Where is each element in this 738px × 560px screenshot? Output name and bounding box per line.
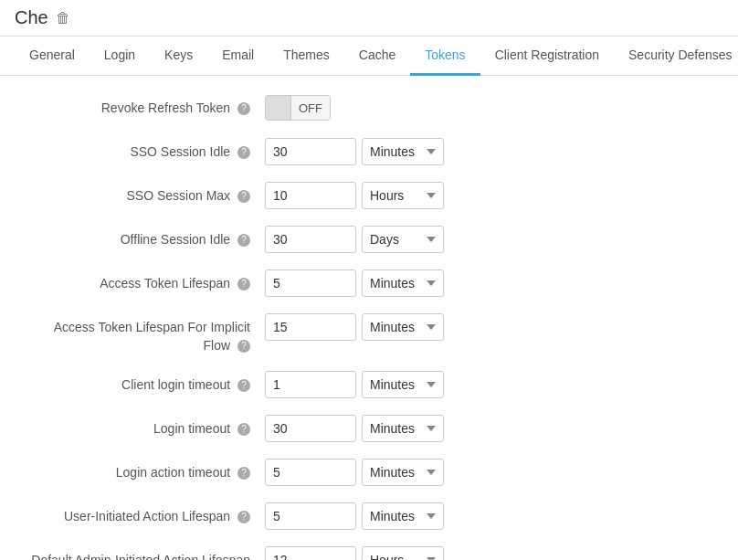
sso-session-idle-label: SSO Session Idle ? [27,138,265,162]
login-action-timeout-help-icon[interactable]: ? [237,467,250,480]
user-initiated-action-lifespan-group: User-Initiated Action Lifespan ? Seconds… [27,502,711,530]
offline-session-idle-group: Offline Session Idle ? Seconds Minutes H… [27,226,711,253]
access-token-lifespan-implicit-select[interactable]: Seconds Minutes Hours Days [362,313,444,341]
sso-session-idle-select[interactable]: Seconds Minutes Hours Days [362,138,444,165]
default-admin-initiated-action-lifespan-select[interactable]: Seconds Minutes Hours Days [362,546,444,560]
default-admin-initiated-action-lifespan-label: Default Admin-Initiated Action Lifespan … [27,546,265,560]
default-admin-initiated-action-lifespan-group: Default Admin-Initiated Action Lifespan … [27,546,711,560]
login-action-timeout-controls: Seconds Minutes Hours Days [265,459,444,486]
tab-general[interactable]: General [15,37,90,76]
sso-session-idle-controls: Seconds Minutes Hours Days [265,138,444,165]
offline-session-idle-controls: Seconds Minutes Hours Days [265,226,444,253]
sso-session-idle-help-icon[interactable]: ? [237,146,250,159]
client-login-timeout-controls: Seconds Minutes Hours Days [265,371,444,398]
tab-keys[interactable]: Keys [150,37,207,76]
tab-login[interactable]: Login [90,37,150,76]
login-action-timeout-select[interactable]: Seconds Minutes Hours Days [362,459,444,486]
offline-session-idle-help-icon[interactable]: ? [237,234,250,247]
access-token-lifespan-implicit-help-icon[interactable]: ? [237,340,250,353]
login-timeout-select[interactable]: Seconds Minutes Hours Days [362,415,444,442]
user-initiated-action-lifespan-label: User-Initiated Action Lifespan ? [27,502,265,526]
toggle-button[interactable]: OFF [265,95,331,121]
login-timeout-help-icon[interactable]: ? [237,423,250,436]
login-action-timeout-input[interactable] [265,459,356,486]
access-token-lifespan-group: Access Token Lifespan ? Seconds Minutes … [27,269,711,297]
access-token-lifespan-input[interactable] [265,269,356,297]
client-login-timeout-group: Client login timeout ? Seconds Minutes H… [27,371,711,398]
client-login-timeout-label: Client login timeout ? [27,371,265,395]
revoke-refresh-token-toggle[interactable]: OFF [265,94,331,122]
user-initiated-action-lifespan-select[interactable]: Seconds Minutes Hours Days [362,502,444,530]
tab-security-defenses[interactable]: Security Defenses [614,37,738,76]
login-action-timeout-group: Login action timeout ? Seconds Minutes H… [27,459,711,486]
page-header: Che 🗑 [0,0,738,37]
user-initiated-action-lifespan-input[interactable] [265,502,356,530]
offline-session-idle-label: Offline Session Idle ? [27,226,265,249]
tab-cache[interactable]: Cache [344,37,410,76]
sso-session-idle-group: SSO Session Idle ? Seconds Minutes Hours… [27,138,711,165]
sso-session-max-label: SSO Session Max ? [27,182,265,206]
sso-session-max-input[interactable] [265,182,356,209]
toggle-handle [266,95,291,121]
sso-session-max-select[interactable]: Seconds Minutes Hours Days [362,182,444,209]
access-token-lifespan-implicit-group: Access Token Lifespan For Implicit Flow … [27,313,711,354]
client-login-timeout-select[interactable]: Seconds Minutes Hours Days [362,371,444,398]
user-initiated-action-lifespan-help-icon[interactable]: ? [237,511,250,523]
content: Revoke Refresh Token ? OFF SSO Session I… [0,76,738,560]
toggle-label: OFF [291,96,330,120]
default-admin-initiated-action-lifespan-controls: Seconds Minutes Hours Days [265,546,444,560]
access-token-lifespan-label: Access Token Lifespan ? [27,269,265,293]
tab-tokens[interactable]: Tokens [410,37,480,76]
default-admin-initiated-action-lifespan-input[interactable] [265,546,356,560]
offline-session-idle-input[interactable] [265,226,356,253]
page-title: Che [15,7,48,28]
login-timeout-label: Login timeout ? [27,415,265,438]
access-token-lifespan-implicit-controls: Seconds Minutes Hours Days [265,313,444,341]
revoke-refresh-token-help-icon[interactable]: ? [237,102,250,115]
login-timeout-controls: Seconds Minutes Hours Days [265,415,444,442]
access-token-lifespan-select[interactable]: Seconds Minutes Hours Days [362,269,444,297]
revoke-refresh-token-label: Revoke Refresh Token ? [27,94,265,118]
trash-icon[interactable]: 🗑 [56,10,70,26]
client-login-timeout-help-icon[interactable]: ? [237,379,250,392]
client-login-timeout-input[interactable] [265,371,356,398]
sso-session-max-help-icon[interactable]: ? [237,190,250,203]
access-token-lifespan-implicit-label: Access Token Lifespan For Implicit Flow … [27,313,265,354]
access-token-lifespan-controls: Seconds Minutes Hours Days [265,269,444,297]
access-token-lifespan-implicit-input[interactable] [265,313,356,341]
offline-session-idle-select[interactable]: Seconds Minutes Hours Days [362,226,444,253]
login-timeout-group: Login timeout ? Seconds Minutes Hours Da… [27,415,711,442]
sso-session-max-controls: Seconds Minutes Hours Days [265,182,444,209]
login-action-timeout-label: Login action timeout ? [27,459,265,482]
access-token-lifespan-help-icon[interactable]: ? [237,278,250,291]
user-initiated-action-lifespan-controls: Seconds Minutes Hours Days [265,502,444,530]
tab-client-registration[interactable]: Client Registration [480,37,614,76]
sso-session-max-group: SSO Session Max ? Seconds Minutes Hours … [27,182,711,209]
sso-session-idle-input[interactable] [265,138,356,165]
tab-email[interactable]: Email [207,37,269,76]
nav-tabs: General Login Keys Email Themes Cache To… [0,37,738,76]
tab-themes[interactable]: Themes [269,37,344,76]
login-timeout-input[interactable] [265,415,356,442]
revoke-refresh-token-group: Revoke Refresh Token ? OFF [27,94,711,122]
